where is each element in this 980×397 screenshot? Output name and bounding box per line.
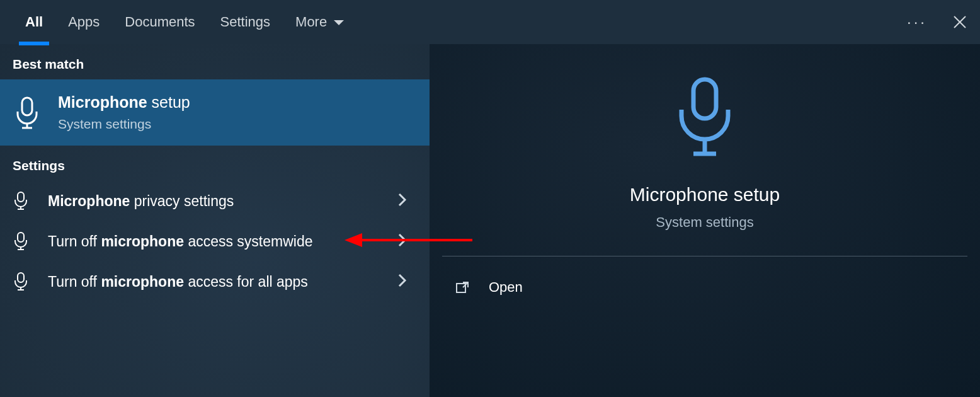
svg-rect-9 xyxy=(18,273,24,282)
preview-title: Microphone setup xyxy=(630,184,780,205)
results-pane: Best match Microphone setup System setti… xyxy=(0,44,430,397)
best-match-header: Best match xyxy=(0,44,430,79)
microphone-icon xyxy=(13,98,42,127)
chevron-right-icon xyxy=(398,233,407,250)
setting-item-allapps[interactable]: Turn off microphone access for all apps xyxy=(0,262,430,302)
open-action[interactable]: Open xyxy=(455,274,955,301)
svg-rect-12 xyxy=(693,79,716,118)
svg-rect-0 xyxy=(22,98,32,115)
hero: Microphone setup System settings xyxy=(430,44,980,231)
more-options-icon[interactable]: ··· xyxy=(907,13,927,31)
best-match-subtitle: System settings xyxy=(58,117,190,132)
svg-rect-6 xyxy=(18,233,24,242)
open-in-new-icon xyxy=(455,279,471,296)
chevron-right-icon xyxy=(398,273,407,290)
svg-rect-3 xyxy=(18,192,24,202)
tab-settings[interactable]: Settings xyxy=(220,0,271,44)
best-match-text: Microphone setup System settings xyxy=(58,93,190,132)
best-match-item[interactable]: Microphone setup System settings xyxy=(0,79,430,146)
setting-item-systemwide[interactable]: Turn off microphone access systemwide xyxy=(0,221,430,262)
tab-all[interactable]: All xyxy=(25,0,43,44)
tab-more[interactable]: More xyxy=(295,0,345,44)
microphone-icon xyxy=(13,230,29,253)
chevron-down-icon xyxy=(333,14,345,30)
setting-item-label: Turn off microphone access systemwide xyxy=(48,231,313,253)
best-match-title: Microphone setup xyxy=(58,93,190,112)
setting-item-privacy[interactable]: Microphone privacy settings xyxy=(0,181,430,221)
tab-apps[interactable]: Apps xyxy=(68,0,100,44)
open-label: Open xyxy=(489,279,523,296)
close-icon[interactable] xyxy=(952,14,967,30)
setting-item-label: Microphone privacy settings xyxy=(48,190,234,212)
microphone-icon xyxy=(13,270,29,293)
search-tabs-bar: All Apps Documents Settings More ··· xyxy=(0,0,980,44)
settings-header: Settings xyxy=(0,146,430,181)
chevron-right-icon xyxy=(398,193,407,209)
svg-rect-15 xyxy=(457,284,465,292)
preview-actions: Open xyxy=(430,256,980,318)
preview-pane: Microphone setup System settings Open xyxy=(430,44,980,397)
microphone-icon xyxy=(670,76,739,166)
preview-subtitle: System settings xyxy=(656,214,753,231)
top-actions: ··· xyxy=(907,13,967,31)
tab-list: All Apps Documents Settings More xyxy=(25,0,345,44)
microphone-icon xyxy=(13,190,29,212)
tab-documents[interactable]: Documents xyxy=(125,0,195,44)
setting-item-label: Turn off microphone access for all apps xyxy=(48,271,308,293)
